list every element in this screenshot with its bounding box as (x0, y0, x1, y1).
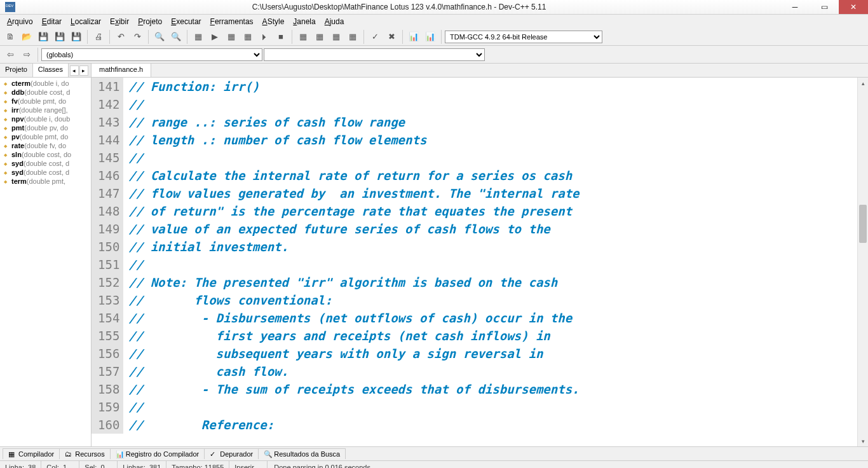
status-mode: Inserir (229, 461, 268, 468)
line-gutter: 1411421431441451461471481491501511521531… (92, 78, 123, 434)
toolbar-scope: ⇦ ⇨ (globals) (0, 46, 868, 64)
tab-scroll-right-icon[interactable]: ▸ (79, 65, 88, 76)
tree-function-sln[interactable]: sln (double cost, do (0, 150, 91, 159)
toolbar-sep (363, 30, 364, 44)
save-icon[interactable]: 💾 (36, 29, 51, 45)
toolbar-sep (109, 30, 110, 44)
check-icon[interactable]: ✓ (367, 29, 383, 45)
vertical-scrollbar[interactable]: ▴ ▾ (857, 78, 868, 446)
main-area: Projeto Classes ◂ ▸ cterm (double i, dod… (0, 64, 868, 446)
menu-arquivo[interactable]: Arquivo (3, 16, 37, 27)
forward-icon[interactable]: ⇨ (19, 47, 34, 62)
toolbar-sep (187, 30, 187, 44)
tab-label: Compilador (18, 450, 54, 458)
redo-icon[interactable]: ↷ (130, 29, 145, 45)
print-icon[interactable]: 🖨 (91, 29, 106, 45)
menu-ferramentas[interactable]: Ferramentas (206, 16, 258, 27)
statusbar: Linha: 38 Col: 1 Sel: 0 Linhas: 381 Tama… (0, 460, 868, 468)
grid4-icon[interactable]: ▦ (345, 29, 360, 45)
save-as-icon[interactable]: 💾 (69, 29, 84, 45)
compiler-select[interactable]: TDM-GCC 4.9.2 64-bit Release (445, 31, 602, 43)
code-lines[interactable]: // Function: irr()//// range ..: series … (123, 78, 579, 434)
debug-icon[interactable]: ⏵ (257, 29, 272, 45)
delete-profile-icon[interactable]: 📊 (423, 29, 438, 45)
class-tree[interactable]: cterm (double i, doddb (double cost, dfv… (0, 78, 91, 446)
tree-function-syd[interactable]: syd (double cost, d (0, 168, 91, 177)
sidebar-tabs: Projeto Classes ◂ ▸ (0, 64, 91, 78)
editor-viewport[interactable]: 1411421431441451461471481491501511521531… (92, 78, 868, 446)
sidebar-tab-projeto[interactable]: Projeto (0, 64, 33, 77)
tab-depurador[interactable]: ✓Depurador (204, 448, 259, 459)
tab-label: Recursos (75, 450, 104, 458)
menu-astyle[interactable]: AStyle (258, 16, 289, 27)
tree-function-fv[interactable]: fv (double pmt, do (0, 97, 91, 106)
open-file-icon[interactable]: 📂 (19, 29, 34, 45)
find-icon[interactable]: 🔍 (152, 29, 167, 45)
editor-tabstrip: mathfinance.h (92, 64, 868, 78)
toolbar-sep (292, 30, 292, 44)
sidebar: Projeto Classes ◂ ▸ cterm (double i, dod… (0, 64, 92, 446)
editor-tab[interactable]: mathfinance.h (92, 64, 151, 77)
bottom-panel-tabs: ▦Compilador 🗂Recursos 📊Registro do Compi… (0, 446, 868, 460)
scroll-down-icon[interactable]: ▾ (858, 436, 868, 446)
tree-function-irr[interactable]: irr (double range[], (0, 106, 91, 114)
stop-icon[interactable]: ■ (273, 29, 288, 45)
status-tamanho: Tamanho: 11855 (166, 461, 229, 468)
tab-compilador[interactable]: ▦Compilador (3, 448, 60, 459)
scroll-up-icon[interactable]: ▴ (858, 78, 868, 88)
back-icon[interactable]: ⇦ (3, 47, 18, 62)
replace-icon[interactable]: 🔍 (168, 29, 184, 45)
minimize-button[interactable]: ─ (780, 0, 810, 14)
log-icon: 📊 (116, 450, 123, 458)
save-all-icon[interactable]: 💾 (52, 29, 67, 45)
menu-localizar[interactable]: Localizar (66, 16, 105, 27)
tab-resultados[interactable]: 🔍Resultados da Busca (258, 448, 346, 459)
profile-icon[interactable]: 📊 (406, 29, 421, 45)
toolbar-sep (441, 30, 442, 44)
status-linhas: Linhas: 381 (118, 461, 166, 468)
compile-icon[interactable]: ▦ (191, 29, 206, 45)
window-title: C:\Users\Augusto\Desktop\MathFinance Lot… (18, 3, 780, 11)
search-icon: 🔍 (264, 450, 271, 458)
app-icon (5, 2, 15, 12)
tree-function-npv[interactable]: npv (double i, doub (0, 114, 91, 123)
tree-function-pmt[interactable]: pmt (double pv, do (0, 123, 91, 132)
undo-icon[interactable]: ↶ (113, 29, 128, 45)
menu-editar[interactable]: Editar (37, 16, 66, 27)
tab-label: Resultados da Busca (274, 450, 340, 458)
menu-exibir[interactable]: Exibir (105, 16, 133, 27)
tree-function-term[interactable]: term (double pmt, (0, 177, 91, 186)
menu-projeto[interactable]: Projeto (133, 16, 166, 27)
tree-function-cterm[interactable]: cterm (double i, do (0, 79, 91, 88)
sidebar-tab-classes[interactable]: Classes (33, 64, 69, 77)
menu-executar[interactable]: Executar (166, 16, 205, 27)
scrollbar-thumb[interactable] (859, 205, 867, 243)
tree-function-syd[interactable]: syd (double cost, d (0, 159, 91, 168)
compile-run-icon[interactable]: ▦ (224, 29, 239, 45)
cancel-icon[interactable]: ✖ (384, 29, 399, 45)
toolbar-sep (87, 30, 88, 44)
status-col: Col: 1 (41, 461, 79, 468)
member-select[interactable] (264, 48, 485, 61)
toolbar-sep (402, 30, 403, 44)
tree-function-rate[interactable]: rate (double fv, do (0, 141, 91, 150)
maximize-button[interactable]: ▭ (810, 0, 839, 14)
menubar: Arquivo Editar Localizar Exibir Projeto … (0, 15, 868, 28)
grid2-icon[interactable]: ▦ (312, 29, 327, 45)
menu-ajuda[interactable]: Ajuda (320, 16, 349, 27)
new-file-icon[interactable]: 🗎 (3, 29, 18, 45)
rebuild-icon[interactable]: ▦ (240, 29, 255, 45)
tab-registro[interactable]: 📊Registro do Compilador (110, 448, 205, 459)
check-icon: ✓ (210, 450, 217, 458)
tree-function-ddb[interactable]: ddb (double cost, d (0, 88, 91, 97)
menu-janela[interactable]: Janela (288, 16, 320, 27)
grid-icon: ▦ (8, 450, 16, 458)
close-button[interactable]: ✕ (839, 0, 868, 14)
run-icon[interactable]: ▶ (207, 29, 222, 45)
grid1-icon[interactable]: ▦ (295, 29, 311, 45)
tab-recursos[interactable]: 🗂Recursos (59, 448, 110, 459)
grid3-icon[interactable]: ▦ (329, 29, 344, 45)
scope-select[interactable]: (globals) (41, 48, 262, 61)
tree-function-pv[interactable]: pv (double pmt, do (0, 132, 91, 141)
tab-scroll-left-icon[interactable]: ◂ (70, 65, 79, 76)
